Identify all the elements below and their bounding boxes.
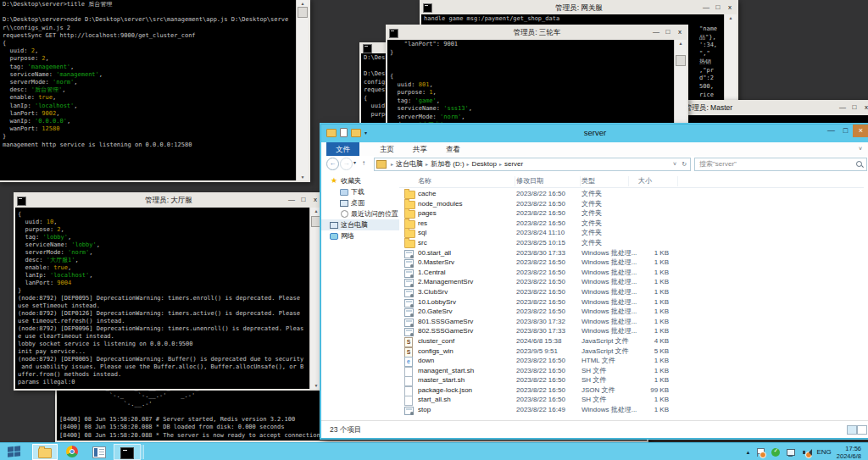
file-row[interactable]: 802.SSSGameSrv2023/8/30 17:33Windows 批处理… [399,326,864,336]
sidebar-item[interactable]: 网络 [321,230,399,241]
file-name: res [418,219,513,229]
maximize-button[interactable]: □ [712,2,724,14]
taskbar-app-button[interactable] [86,444,112,460]
close-button[interactable]: x [309,194,321,208]
tray-chevron-icon[interactable]: ▲ [746,450,751,455]
file-type: Windows 批处理... [581,268,639,278]
maximize-button[interactable]: □ [849,102,860,115]
breadcrumb-item[interactable]: 这台电脑 [396,160,423,168]
sidebar-item[interactable]: 最近访问的位置 [321,208,399,219]
file-row[interactable]: down2023/8/22 16:50HTML 文件1 KB [399,356,864,366]
file-row[interactable]: 00.start_all2023/8/30 17:33Windows 批处理..… [399,248,864,258]
sidebar-item[interactable]: 下载 [321,186,399,197]
column-header[interactable]: 修改日期 [516,176,581,186]
file-row[interactable]: 0.MasterSrv2023/8/22 16:50Windows 批处理...… [399,258,864,268]
breadcrumb-item[interactable]: Desktop [472,160,497,168]
language-indicator[interactable]: ENG [816,448,831,456]
sort-indicator-icon[interactable]: ^ [435,173,437,175]
file-row[interactable]: 1.Central2023/8/22 16:50Windows 批处理...1 … [399,268,864,278]
file-date: 2023/8/22 16:50 [516,307,582,317]
close-button[interactable]: x [674,26,686,40]
thumbnail-view-icon[interactable] [857,425,867,435]
file-row[interactable]: 2.ManagementSrv2023/8/22 16:50Windows 批处… [399,277,864,287]
scroll-up-icon[interactable]: ▲ [297,1,309,6]
search-box[interactable]: 搜索"server" [694,158,867,171]
scroll-thumb[interactable] [676,55,686,66]
minimize-button[interactable]: — [837,102,849,115]
file-row[interactable]: start_all.sh2023/8/22 16:50SH 文件1 KB [399,395,864,405]
maximize-button[interactable]: □ [838,125,853,137]
breadcrumb-item[interactable]: 新加卷 (D:) [431,160,465,168]
column-header[interactable]: 名称 [418,176,515,186]
bat-file-icon [404,328,414,336]
file-row[interactable]: src2023/8/25 10:15文件夹 [399,238,864,248]
sidebar-item[interactable]: ★收藏夹 [321,175,399,186]
action-center-icon[interactable] [755,447,765,457]
file-size: 1 KB [633,405,669,415]
volume-icon[interactable] [801,447,811,457]
taskbar-chrome-button[interactable] [59,444,85,460]
search-placeholder: 搜索"server" [699,158,737,170]
ribbon-tab[interactable]: 主页 [370,142,403,156]
ribbon-tab[interactable]: 查看 [437,142,470,156]
scroll-up-icon[interactable]: ▲ [675,41,687,46]
console-line: 热销 [699,58,722,67]
console-line: init pay service... [18,348,309,356]
titlebar[interactable]: 管理员: 大厅服 — □ x [15,194,322,208]
scrollbar[interactable]: ▲ ▼ [296,0,309,180]
taskbar-cmd-button[interactable] [114,444,141,460]
security-icon[interactable] [771,447,781,457]
breadcrumb-item[interactable]: server [504,160,523,168]
file-name: down [418,356,513,366]
sidebar-item[interactable]: 桌面 [321,197,399,208]
minimize-button[interactable]: — [700,2,712,14]
file-row[interactable]: node_modules2023/8/22 16:50文件夹 [399,199,864,209]
file-row[interactable]: managent_start.sh2023/8/22 16:50SH 文件1 K… [399,366,864,376]
minimize-button[interactable]: — [650,26,662,40]
forward-button[interactable]: → [340,158,353,170]
file-row[interactable]: 801.SSSGameSrv2023/8/30 17:32Windows 批处理… [399,317,864,327]
file-row[interactable]: stop2023/8/22 16:49Windows 批处理...1 KB [399,405,864,415]
titlebar[interactable]: 管理员: 网关服 — □ x [421,2,737,14]
back-button[interactable]: ← [326,158,339,170]
ribbon-expand-icon[interactable]: ˅ [859,146,862,152]
close-button[interactable]: x [860,102,868,115]
close-button[interactable]: × [853,125,868,137]
scroll-down-icon[interactable]: ▼ [297,175,309,180]
minimize-button[interactable]: — [286,194,298,208]
file-row[interactable]: pages2023/8/22 16:50文件夹 [399,208,864,219]
file-row[interactable]: configs_win2023/9/5 9:51JavaScript 文件5 K… [399,346,864,357]
file-row[interactable]: cache2023/8/22 16:50文件夹 [399,189,864,199]
file-row[interactable]: cluster_conf2024/6/8 15:38JavaScript 文件4… [399,336,864,346]
close-button[interactable]: x [724,2,736,14]
file-row[interactable]: 3.ClubSrv2023/8/22 16:50Windows 批处理...1 … [399,287,864,297]
address-box[interactable]: ▸这台电脑▸新加卷 (D:)▸Desktop▸server ˅ ↻ [374,158,691,171]
ribbon-tab[interactable]: 共享 [403,142,437,156]
taskbar-explorer-button[interactable] [32,444,58,460]
file-row[interactable]: master_start.sh2023/8/22 16:50SH 文件1 KB [399,375,864,385]
scroll-up-icon[interactable]: ▲ [725,15,737,20]
address-dropdown-icon[interactable]: ˅ [673,158,676,170]
start-button[interactable] [0,444,31,460]
details-view-icon[interactable] [847,425,857,435]
network-icon[interactable] [786,447,796,457]
titlebar[interactable]: 管理员: 三轮车 — □ x [387,26,687,40]
column-header[interactable]: 类型 [581,176,629,186]
file-row[interactable]: package-lock.json2023/8/22 16:50JSON 文件9… [399,385,864,396]
recent-locations-chevron-icon[interactable]: ▾ [353,159,356,165]
titlebar[interactable]: ▾ server — □ × [321,125,868,142]
file-row[interactable]: res2023/8/22 16:50文件夹 [399,219,864,229]
file-row[interactable]: sql2023/8/24 11:10文件夹 [399,228,864,238]
file-row[interactable]: 10.LobbySrv2023/8/22 16:50Windows 批处理...… [399,297,864,308]
tab-file[interactable]: 文件 [326,142,359,156]
minimize-button[interactable]: — [824,125,838,137]
file-row[interactable]: 20.GateSrv2023/8/22 16:50Windows 批处理...1… [399,307,864,317]
maximize-button[interactable]: □ [662,26,674,40]
sidebar-item[interactable]: 这台电脑 [321,219,399,230]
clock[interactable]: 17:56 2024/6/8 [837,445,861,460]
column-header[interactable]: 大小 [630,176,678,186]
up-button[interactable]: ↑ [362,159,365,167]
scroll-thumb[interactable] [298,7,308,18]
refresh-icon[interactable]: ↻ [682,158,687,170]
maximize-button[interactable]: □ [298,194,309,208]
